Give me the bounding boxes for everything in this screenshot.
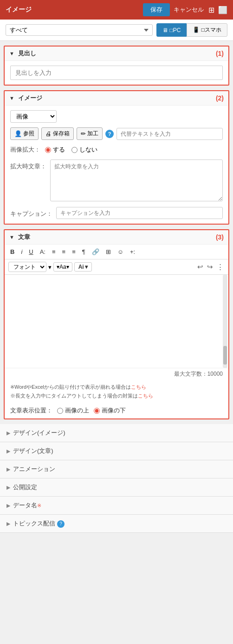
alt-help-icon[interactable]: ? [105,130,114,138]
expand-no-label: しない [79,146,97,154]
image-controls: 👤 参照 🖨 保存箱 ✏ 加工 ? [10,127,223,140]
image-section-header: ▼ イメージ (2) [5,91,228,106]
font-color-button[interactable]: A: [38,247,47,256]
collapsed-section-4[interactable]: ▶データ名※ [0,497,233,515]
collapsed-label-4: データ名※ [13,501,41,510]
text-section: ▼ 文章 (3) B i U A: ≡ ≡ ≡ ¶ 🔗 ⊞ ☺ +: フォント … [4,229,229,419]
align-right-button[interactable]: ≡ [70,247,78,256]
header-title: イメージ [6,6,143,14]
filter-toolbar: すべて 🖥 □PC 📱 □スマホ [0,20,233,41]
expand-radio-group: する しない [45,146,97,154]
redo-button[interactable]: ↪ [206,262,214,272]
help-icon-5[interactable]: ? [57,520,65,528]
section2-toggle[interactable]: ▼ [9,95,14,101]
device-btn-group: 🖥 □PC 📱 □スマホ [156,23,227,37]
save-box-button[interactable]: 🖨 保存箱 [41,127,74,140]
editor-more-button[interactable]: ⋮ [216,262,225,272]
heading-section-body [5,61,228,85]
section1-number: (1) [216,50,224,57]
smartphone-icon: 📱 [193,27,200,33]
caption-label: キャプション： [10,207,52,218]
editor-area[interactable] [5,275,228,368]
more-toolbar-button[interactable]: +: [128,247,137,256]
paragraph-button[interactable]: ¶ [80,247,87,256]
pc-button[interactable]: 🖥 □PC [156,23,187,37]
note2-link[interactable]: こちら [138,393,153,398]
collapse-arrow-2: ▶ [6,466,10,472]
underline-button[interactable]: U [27,247,35,256]
collapsed-section-3[interactable]: ▶公開設定 [0,478,233,497]
expand-no-radio[interactable] [71,147,78,153]
editor-notes: ※WordやExcelからの貼り付けで表示が崩れる場合はこちら ※長文を入力中に… [5,380,228,403]
note1-prefix: ※WordやExcelからの貼り付けで表示が崩れる場合は [10,384,131,390]
ai-label: Ai [78,264,84,270]
link-button[interactable]: 🔗 [90,247,101,256]
ai-button[interactable]: Ai ▾ [74,262,92,272]
align-left-button[interactable]: ≡ [50,247,58,256]
position-below-option[interactable]: 画像の下 [94,406,126,415]
monitor-icon: 🖥 [162,27,168,33]
save-button[interactable]: 保存 [143,3,170,16]
section2-number: (2) [216,94,224,102]
header-icon-group: ⊞ ⬜ [208,6,227,14]
position-below-label: 画像の下 [102,406,126,415]
align-center-button[interactable]: ≡ [60,247,68,256]
char-count: 最大文字数：10000 [5,368,228,380]
person-icon: 👤 [14,130,22,137]
undo-redo-group: ↩ ↪ ⋮ [196,262,225,272]
expand-no-option[interactable]: しない [71,146,97,154]
collapse-arrow-3: ▶ [6,485,10,491]
expand-yes-radio[interactable] [45,147,51,153]
window-icon[interactable]: ⬜ [218,6,227,14]
printer-icon: 🖨 [45,130,52,137]
editor-scrollbar[interactable] [223,275,227,368]
section3-toggle[interactable]: ▼ [9,234,14,240]
collapsed-label-3: 公開設定 [13,483,37,491]
position-below-radio[interactable] [94,408,100,414]
alt-text-input[interactable] [116,128,223,140]
collapsed-section-1[interactable]: ▶デザイン(文章) [0,442,233,460]
collapsed-label-5: トピックス配信? [13,519,65,528]
browse-button[interactable]: 👤 参照 [10,127,39,140]
expand-text-area[interactable] [50,159,223,201]
cancel-button[interactable]: キャンセル [174,6,204,14]
position-above-option[interactable]: 画像の上 [57,406,89,415]
collapsed-section-0[interactable]: ▶デザイン(イメージ) [0,424,233,442]
note1-link[interactable]: こちら [131,384,146,390]
ai-dropdown-icon: ▾ [85,264,88,270]
section2-title: イメージ [18,94,42,101]
font-size-button[interactable]: ▾Aa▾ [53,262,72,272]
edit-button[interactable]: ✏ 加工 [77,127,103,140]
expand-yes-option[interactable]: する [45,146,65,154]
editor-toolbar2: フォント ▾ ▾Aa▾ Ai ▾ ↩ ↪ ⋮ [5,259,228,275]
fullscreen-icon[interactable]: ⊞ [208,6,214,14]
filter-select[interactable]: すべて [6,24,153,36]
emoji-button[interactable]: ☺ [116,247,125,256]
section1-toggle[interactable]: ▼ [9,51,14,56]
position-above-radio[interactable] [57,408,63,414]
bold-button[interactable]: B [8,247,16,256]
smartphone-button[interactable]: 📱 □スマホ [187,23,227,37]
expand-text-row: 拡大時文章： [10,159,223,201]
text-section-body: B i U A: ≡ ≡ ≡ ¶ 🔗 ⊞ ☺ +: フォント ▾ ▾Aa▾ Ai… [5,245,228,418]
position-label: 文章表示位置： [10,406,52,415]
collapsed-section-2[interactable]: ▶アニメーション [0,460,233,478]
italic-button[interactable]: i [19,247,24,256]
collapse-arrow-4: ▶ [6,503,10,509]
expand-yes-label: する [53,146,65,154]
undo-button[interactable]: ↩ [196,262,204,272]
expand-label: 画像拡大： [10,146,40,154]
table-button[interactable]: ⊞ [104,247,113,256]
editor-container [5,275,228,368]
caption-input[interactable] [56,207,223,219]
heading-section-title-group: ▼ 見出し [9,49,36,58]
section1-title: 見出し [18,50,36,57]
collapsed-label-0: デザイン(イメージ) [13,429,65,437]
image-type-select[interactable]: 画像 [10,110,57,123]
font-select[interactable]: フォント [8,262,46,272]
image-section-title-group: ▼ イメージ [9,94,42,102]
font-size-label: ▾Aa▾ [57,264,69,270]
heading-input[interactable] [10,66,223,80]
collapsed-section-5[interactable]: ▶トピックス配信? [0,515,233,533]
collapse-arrow-5: ▶ [6,521,10,527]
